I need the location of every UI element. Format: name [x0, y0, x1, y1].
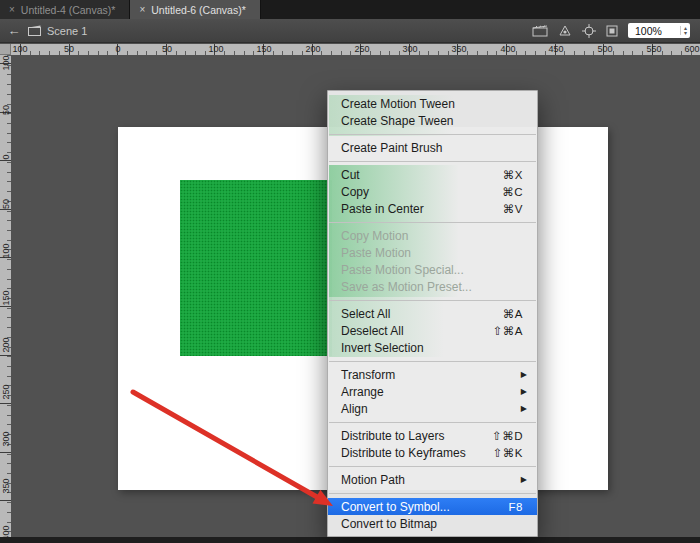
ruler-label: 50 [162, 44, 172, 54]
menu-separator [328, 129, 537, 139]
menu-item-shortcut: ⌘A [503, 307, 523, 321]
menu-separator [328, 295, 537, 305]
menu-item[interactable]: Paste in Center ⌘V [328, 200, 537, 217]
ruler-label: 250 [354, 44, 369, 54]
menu-item-right: ▶ [517, 370, 527, 379]
ruler-label: 400 [1, 524, 11, 538]
ruler-label: 150 [256, 44, 271, 54]
clip-content-icon[interactable] [606, 25, 618, 37]
close-tab-icon[interactable]: × [139, 5, 145, 15]
menu-item-right: ▶ [517, 387, 527, 396]
menu-item[interactable]: Cut ⌘X [328, 166, 537, 183]
zoom-level-dropdown[interactable]: 100% ▴▾ [628, 23, 690, 38]
tab-label: Untitled-6 (Canvas)* [151, 4, 246, 16]
ruler-label: 100 [12, 44, 27, 54]
menu-item-label: Motion Path [341, 473, 405, 487]
document-tab[interactable]: × Untitled-4 (Canvas)* [0, 0, 130, 19]
ruler-label: 500 [597, 44, 612, 54]
menu-item[interactable]: Align ▶ [328, 400, 537, 417]
menu-item[interactable]: Motion Path ▶ [328, 471, 537, 488]
menu-separator [328, 417, 537, 427]
menu-item-label: Distribute to Layers [341, 429, 444, 443]
menu-item-shortcut: ⇧⌘A [493, 324, 523, 338]
menu-separator [328, 488, 537, 498]
breadcrumb[interactable]: Scene 1 [28, 25, 87, 37]
ruler-label: 50 [64, 44, 74, 54]
menu-item[interactable]: Distribute to Layers ⇧⌘D [328, 427, 537, 444]
ruler-label: 300 [402, 44, 417, 54]
menu-item[interactable]: Paste Motion [328, 244, 537, 261]
menu-item[interactable]: Copy Motion [328, 227, 537, 244]
menu-item-shortcut: ⌘C [502, 185, 523, 199]
menu-item-label: Paste Motion Special... [341, 263, 464, 277]
menu-item-label: Create Motion Tween [341, 97, 455, 111]
ruler-corner [0, 44, 11, 55]
ruler-label: 450 [548, 44, 563, 54]
menu-item[interactable]: Paste Motion Special... [328, 261, 537, 278]
ruler-label: 250 [1, 383, 11, 402]
menu-item[interactable]: Distribute to Keyframes ⇧⌘K [328, 444, 537, 461]
menu-item[interactable]: Select All ⌘A [328, 305, 537, 322]
menu-item[interactable]: Arrange ▶ [328, 383, 537, 400]
menu-separator [328, 217, 537, 227]
menu-item-shortcut: ⌘X [503, 168, 523, 182]
ruler-label: 100 [208, 44, 223, 54]
submenu-arrow-icon: ▶ [519, 475, 527, 484]
menu-item[interactable]: Create Paint Brush [328, 139, 537, 156]
ruler-label: 350 [1, 477, 11, 496]
zoom-spinner-icon[interactable]: ▴▾ [680, 26, 687, 35]
zoom-value: 100% [635, 25, 662, 37]
menu-item[interactable]: Create Motion Tween [328, 95, 537, 112]
submenu-arrow-icon: ▶ [519, 404, 527, 413]
ruler-label: 400 [500, 44, 515, 54]
menu-item-label: Align [341, 402, 368, 416]
menu-item-right: F8 [509, 501, 527, 513]
selected-green-rectangle[interactable] [180, 180, 332, 356]
menu-item-label: Arrange [341, 385, 384, 399]
menu-item-shortcut: ⇧⌘K [493, 446, 523, 460]
ruler-label: 50 [1, 101, 11, 120]
edit-scene-icon[interactable] [532, 25, 548, 37]
menu-separator [328, 156, 537, 166]
menu-item[interactable]: Copy ⌘C [328, 183, 537, 200]
document-tab-bar: × Untitled-4 (Canvas)* × Untitled-6 (Can… [0, 0, 700, 19]
menu-item[interactable]: Convert to Symbol... F8 [328, 498, 537, 515]
window-bottom-edge [0, 537, 700, 543]
edit-bar: ← Scene 1 100% ▴▾ [0, 19, 700, 43]
menu-item-label: Create Paint Brush [341, 141, 442, 155]
scene-label: Scene 1 [47, 25, 87, 37]
menu-item-shortcut: F8 [509, 501, 523, 513]
menu-item[interactable]: Convert to Bitmap [328, 515, 537, 532]
center-frame-icon[interactable] [582, 24, 596, 38]
ruler-label: 0 [115, 44, 120, 54]
menu-item[interactable]: Transform ▶ [328, 366, 537, 383]
menu-item-right: ▶ [517, 404, 527, 413]
menu-item-shortcut: ⇧⌘D [492, 429, 523, 443]
back-button[interactable]: ← [0, 19, 28, 42]
close-tab-icon[interactable]: × [9, 5, 15, 15]
submenu-arrow-icon: ▶ [519, 387, 527, 396]
ruler-label: 600 [684, 44, 699, 54]
menu-item-label: Deselect All [341, 324, 404, 338]
menu-item-label: Create Shape Tween [341, 114, 454, 128]
ruler-label: 200 [305, 44, 320, 54]
menu-item[interactable]: Save as Motion Preset... [328, 278, 537, 295]
menu-separator [328, 461, 537, 471]
menu-item[interactable]: Invert Selection [328, 339, 537, 356]
scene-icon [28, 25, 41, 36]
menu-item-right: ⇧⌘D [492, 429, 527, 443]
ruler-label: 350 [451, 44, 466, 54]
menu-item-right: ▶ [517, 475, 527, 484]
menu-item-label: Copy [341, 185, 369, 199]
ruler-label: 0 [1, 148, 11, 167]
menu-item-label: Convert to Symbol... [341, 500, 450, 514]
menu-separator [328, 356, 537, 366]
menu-item[interactable]: Deselect All ⇧⌘A [328, 322, 537, 339]
menu-item-right: ⇧⌘A [493, 324, 527, 338]
ruler-label: 150 [1, 289, 11, 308]
menu-item-label: Paste Motion [341, 246, 411, 260]
menu-item-label: Distribute to Keyframes [341, 446, 466, 460]
menu-item[interactable]: Create Shape Tween [328, 112, 537, 129]
document-tab[interactable]: × Untitled-6 (Canvas)* [130, 0, 260, 19]
edit-symbols-icon[interactable] [558, 25, 572, 37]
